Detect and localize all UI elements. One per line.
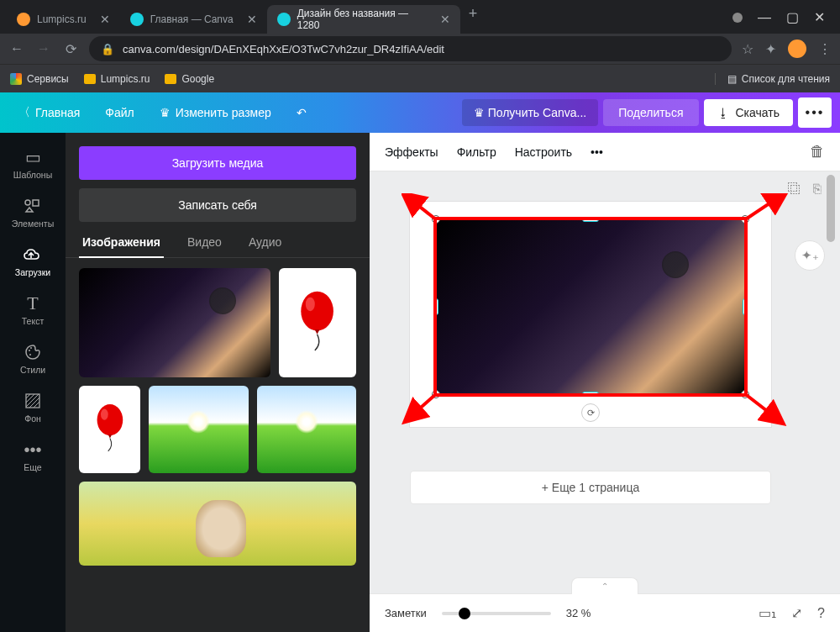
svg-line-6	[26, 394, 30, 398]
resize-handle-s[interactable]	[582, 392, 599, 397]
crown-icon: ♛	[474, 106, 485, 119]
back-icon[interactable]: ←	[8, 41, 25, 56]
upload-thumb-dog[interactable]	[79, 482, 356, 566]
file-button[interactable]: Файл	[95, 99, 144, 126]
browser-tab-1[interactable]: Главная — Canva ✕	[120, 5, 267, 34]
minimize-icon[interactable]: —	[758, 10, 771, 25]
canvas-stage[interactable]: ⿻ ⎘ ⟳ ✦₊	[370, 171, 840, 593]
help-icon[interactable]: ?	[817, 606, 825, 621]
extensions-icon[interactable]: ✦	[765, 41, 776, 57]
profile-avatar[interactable]	[788, 40, 806, 58]
toolbar-more-icon[interactable]: •••	[591, 145, 603, 159]
selected-image[interactable]: ⟳	[435, 219, 746, 395]
maximize-icon[interactable]: ▢	[786, 9, 799, 25]
upload-thumb-grass-1[interactable]	[149, 386, 248, 473]
undo-icon: ↶	[297, 106, 307, 119]
resize-handle-n[interactable]	[582, 217, 599, 222]
effects-button[interactable]: Эффекты	[385, 145, 438, 159]
tab-audio[interactable]: Аудио	[245, 235, 286, 257]
upload-thumb-balloon[interactable]	[279, 268, 356, 377]
cloud-icon	[23, 245, 43, 264]
bookmarks-bar: Сервисы Lumpics.ru Google ▤Список для чт…	[0, 64, 840, 92]
palette-icon	[24, 343, 41, 361]
fullscreen-icon[interactable]: ⤢	[791, 605, 802, 621]
upload-thumb-balloon-2[interactable]	[79, 386, 140, 473]
trash-icon[interactable]: 🗑	[810, 143, 825, 161]
add-page-icon[interactable]: ⎘	[813, 182, 822, 197]
svg-line-9	[29, 398, 39, 408]
rail-styles[interactable]: Стили	[0, 334, 66, 383]
bookmark-apps[interactable]: Сервисы	[10, 73, 69, 85]
favicon	[277, 13, 291, 26]
record-yourself-button[interactable]: Записать себя	[79, 188, 356, 222]
menu-icon[interactable]: ⋮	[818, 41, 832, 57]
rail-uploads[interactable]: Загрузки	[0, 237, 66, 286]
undo-button[interactable]: ↶	[286, 99, 317, 126]
svg-point-2	[29, 350, 30, 351]
magic-button[interactable]: ✦₊	[795, 240, 825, 271]
svg-rect-1	[33, 200, 39, 206]
grid-view-icon[interactable]: ▭₁	[759, 605, 776, 621]
share-button[interactable]: Поделиться	[603, 99, 698, 126]
close-icon[interactable]: ✕	[440, 13, 450, 26]
star-icon[interactable]: ☆	[742, 41, 753, 57]
window-titlebar: Lumpics.ru ✕ Главная — Canva ✕ Дизайн бе…	[0, 0, 840, 34]
zoom-value: 32 %	[566, 607, 591, 619]
zoom-slider[interactable]	[442, 612, 551, 615]
resize-handle-se[interactable]	[741, 390, 749, 398]
more-icon: •••	[24, 440, 41, 459]
rail-text[interactable]: TТекст	[0, 286, 66, 334]
resize-handle-e[interactable]	[743, 298, 748, 315]
get-pro-button[interactable]: ♛ Получить Canva...	[462, 99, 598, 126]
forward-icon[interactable]: →	[35, 41, 52, 56]
account-dot-icon[interactable]	[732, 13, 743, 23]
templates-icon: ▭	[25, 148, 41, 166]
upload-thumb-grass-2[interactable]	[257, 386, 356, 473]
browser-tab-0[interactable]: Lumpics.ru ✕	[7, 5, 120, 34]
duplicate-page-icon[interactable]: ⿻	[788, 182, 801, 197]
reload-icon[interactable]: ⟳	[62, 41, 79, 57]
close-window-icon[interactable]: ✕	[814, 9, 825, 25]
resize-handle-nw[interactable]	[432, 215, 440, 224]
rail-templates[interactable]: ▭Шаблоны	[0, 140, 66, 188]
upload-thumb-space[interactable]	[79, 268, 270, 377]
download-icon: ⭳	[717, 106, 729, 119]
bookmark-lumpics[interactable]: Lumpics.ru	[84, 73, 150, 85]
resize-handle-ne[interactable]	[741, 215, 749, 224]
svg-point-13	[97, 404, 123, 435]
svg-point-11	[302, 292, 334, 331]
url-field[interactable]: 🔒 canva.com/design/DAEnXEqhXxE/O3TwC7vh2…	[89, 36, 732, 61]
download-button[interactable]: ⭳Скачать	[704, 99, 794, 126]
tab-title: Главная — Canva	[150, 13, 234, 25]
bookmark-google[interactable]: Google	[165, 73, 214, 85]
page-pager-handle[interactable]: ⌃	[571, 577, 638, 594]
upload-media-button[interactable]: Загрузить медиа	[79, 146, 356, 180]
adjust-button[interactable]: Настроить	[515, 145, 572, 159]
canvas-area: Эффекты Фильтр Настроить ••• 🗑 ⿻ ⎘	[370, 133, 840, 632]
resize-handle-w[interactable]	[433, 298, 438, 315]
new-tab-button[interactable]: +	[460, 5, 486, 34]
add-page-button[interactable]: + Еще 1 страница	[410, 471, 771, 504]
tab-video[interactable]: Видео	[184, 235, 225, 257]
rail-more[interactable]: •••Еще	[0, 432, 66, 481]
reading-list[interactable]: ▤Список для чтения	[715, 73, 830, 85]
more-button[interactable]: •••	[798, 97, 832, 128]
close-icon[interactable]: ✕	[247, 13, 257, 26]
close-icon[interactable]: ✕	[100, 13, 110, 26]
vertical-scrollbar[interactable]	[827, 171, 837, 593]
rail-background[interactable]: Фон	[0, 383, 66, 432]
filter-button[interactable]: Фильтр	[457, 145, 496, 159]
tab-images[interactable]: Изображения	[79, 235, 164, 257]
main-area: ▭Шаблоны Элементы Загрузки TТекст Стили …	[0, 133, 840, 632]
rail-elements[interactable]: Элементы	[0, 188, 66, 237]
home-button[interactable]: 〈Главная	[8, 98, 90, 127]
resize-handle-sw[interactable]	[432, 390, 440, 398]
browser-tab-2[interactable]: Дизайн без названия — 1280 ✕	[267, 5, 460, 34]
svg-point-12	[306, 298, 315, 312]
rotate-handle[interactable]: ⟳	[581, 403, 600, 422]
svg-line-7	[26, 394, 34, 403]
panel-tabs: Изображения Видео Аудио	[66, 229, 370, 258]
resize-button[interactable]: ♛Изменить размер	[150, 99, 281, 126]
zoom-knob[interactable]	[459, 608, 470, 619]
notes-button[interactable]: Заметки	[385, 607, 427, 619]
